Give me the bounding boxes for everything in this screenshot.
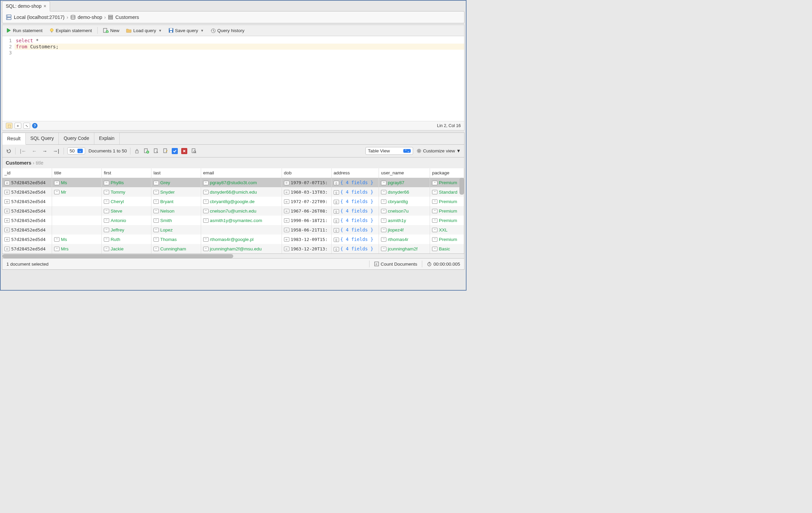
check-icon[interactable] [172, 148, 178, 154]
table-cell[interactable]: ""Mr [52, 187, 102, 197]
next-page-icon[interactable]: → [41, 148, 48, 154]
table-cell[interactable]: {}{ 4 fields } [331, 216, 379, 225]
table-row[interactable]: id57d28452ed5d4""Mrs""Jackie""Cunningham… [2, 244, 464, 253]
table-cell[interactable]: ""asmith1y [379, 216, 430, 225]
table-cell[interactable]: ""Jeffrey [102, 225, 151, 235]
table-cell[interactable]: ""pgray87@studio3t.com [201, 178, 282, 187]
table-cell[interactable]: ""Phyllis [102, 178, 151, 187]
table-row[interactable]: id57d28452ed5d4""Ms""Ruth""Thomas""rthom… [2, 235, 464, 244]
close-icon[interactable]: × [44, 3, 46, 9]
table-row[interactable]: id57d28452ed5d4""Ms""Phyllis""Grey""pgra… [2, 178, 464, 187]
edit-document-icon[interactable] [162, 148, 168, 154]
table-cell[interactable]: ""rthomas4r [379, 235, 430, 244]
table-cell[interactable]: id57d28452ed5d4 [2, 216, 52, 225]
column-header[interactable]: _id [2, 168, 52, 178]
table-cell[interactable]: ""Lopez [151, 225, 201, 235]
table-cell[interactable]: ""Ms [52, 178, 102, 187]
last-page-icon[interactable]: →| [52, 148, 60, 154]
table-cell[interactable]: id57d28452ed5d4 [2, 235, 52, 244]
table-cell[interactable]: ""Cheryl [102, 197, 151, 206]
table-cell[interactable]: id57d28452ed5d4 [2, 178, 52, 187]
query-history-button[interactable]: Query history [209, 27, 246, 34]
column-header[interactable]: first [102, 168, 151, 178]
table-cell[interactable]: ""Ms [52, 235, 102, 244]
table-cell[interactable]: ⧈1960-03-13T03: [282, 187, 331, 197]
horizontal-scrollbar-thumb[interactable] [2, 254, 233, 258]
code-area[interactable]: select * from Customers; [15, 36, 464, 121]
mode-icon-3[interactable]: ⤡ [23, 123, 30, 129]
first-page-icon[interactable]: |← [19, 148, 27, 154]
load-query-button[interactable]: Load query ▼ [125, 27, 163, 34]
table-row[interactable]: id57d28452ed5d4""Cheryl""Bryant""cbryant… [2, 197, 464, 206]
table-cell[interactable]: id57d28452ed5d4 [2, 206, 52, 216]
count-documents-button[interactable]: # Count Documents [374, 262, 417, 267]
table-cell[interactable] [52, 197, 102, 206]
table-cell[interactable]: ""cnelson7u@umich.edu [201, 206, 282, 216]
vertical-scrollbar[interactable] [459, 178, 464, 195]
table-cell[interactable] [201, 225, 282, 235]
table-row[interactable]: id57d28452ed5d4""Antonio""Smith""asmith1… [2, 216, 464, 225]
delete-icon[interactable] [181, 148, 187, 154]
table-cell[interactable]: {}{ 4 fields } [331, 235, 379, 244]
table-row[interactable]: id57d28452ed5d4""Steve""Nelson""cnelson7… [2, 206, 464, 216]
table-cell[interactable]: {}{ 4 fields } [331, 187, 379, 197]
table-cell[interactable]: ""rthomas4r@google.pl [201, 235, 282, 244]
table-cell[interactable]: ""dsnyder66 [379, 187, 430, 197]
table-cell[interactable]: ""Thomas [151, 235, 201, 244]
table-cell[interactable]: {}{ 4 fields } [331, 244, 379, 253]
table-cell[interactable]: ""Premium [430, 197, 464, 206]
table-cell[interactable]: ⧈1972-07-22T09: [282, 197, 331, 206]
table-cell[interactable]: ""Antonio [102, 216, 151, 225]
table-cell[interactable]: {}{ 4 fields } [331, 206, 379, 216]
table-cell[interactable]: ""pgray87 [379, 178, 430, 187]
table-cell[interactable]: ⧈1990-06-18T21: [282, 216, 331, 225]
mode-icon-2[interactable]: ≡ [15, 123, 21, 129]
view-mode-select[interactable]: Table View ⌃⌄ [365, 147, 413, 155]
table-cell[interactable]: ""jcunningham2f@msu.edu [201, 244, 282, 253]
editor-tab[interactable]: SQL: demo-shop × [2, 1, 50, 11]
table-cell[interactable] [52, 206, 102, 216]
breadcrumb-database[interactable]: demo-shop [78, 15, 102, 20]
breadcrumb-connection[interactable]: Local (localhost:27017) [14, 15, 65, 20]
tab-result[interactable]: Result [2, 133, 26, 145]
table-cell[interactable]: ""Smith [151, 216, 201, 225]
table-cell[interactable]: ""cbryant8g [379, 197, 430, 206]
refresh-icon[interactable] [6, 148, 12, 154]
table-cell[interactable]: ""Cunningham [151, 244, 201, 253]
table-cell[interactable]: ""XXL [430, 225, 464, 235]
table-cell[interactable]: id57d28452ed5d4 [2, 225, 52, 235]
table-cell[interactable]: ""Steve [102, 206, 151, 216]
table-cell[interactable]: ""Basic [430, 244, 464, 253]
view-document-icon[interactable] [153, 148, 159, 154]
tab-explain[interactable]: Explain [94, 133, 120, 144]
table-cell[interactable]: ""Standard [430, 187, 464, 197]
help-icon[interactable]: ? [32, 123, 38, 128]
run-statement-button[interactable]: Run statement [5, 27, 44, 34]
table-cell[interactable]: ""jlopez4f [379, 225, 430, 235]
tab-query-code[interactable]: Query Code [59, 133, 94, 144]
explain-statement-button[interactable]: Explain statement [48, 27, 93, 34]
table-cell[interactable]: ⧈1983-12-09T15: [282, 235, 331, 244]
table-cell[interactable]: ""Tommy [102, 187, 151, 197]
search-document-icon[interactable] [191, 148, 197, 154]
table-cell[interactable]: ⧈1963-12-20T13: [282, 244, 331, 253]
horizontal-scrollbar-track[interactable] [2, 254, 464, 259]
breadcrumb-collection[interactable]: Customers [115, 15, 139, 20]
table-cell[interactable]: ""Ruth [102, 235, 151, 244]
table-cell[interactable] [52, 225, 102, 235]
page-size-select[interactable]: 50 ⌄ [67, 147, 85, 154]
column-header[interactable]: last [151, 168, 201, 178]
tab-sql-query[interactable]: SQL Query [26, 133, 59, 144]
table-row[interactable]: id57d28452ed5d4""Jeffrey""Lopez⧈1958-06-… [2, 225, 464, 235]
table-cell[interactable] [52, 216, 102, 225]
table-cell[interactable]: ""cbryant8g@google.de [201, 197, 282, 206]
table-cell[interactable]: ""cnelson7u [379, 206, 430, 216]
table-cell[interactable]: ""Premium [430, 206, 464, 216]
table-cell[interactable]: ""Snyder [151, 187, 201, 197]
table-cell[interactable]: ⧈1979-07-07T15: [282, 178, 331, 187]
table-cell[interactable]: ""Premium [430, 178, 464, 187]
table-cell[interactable]: id57d28452ed5d4 [2, 197, 52, 206]
table-cell[interactable]: {}{ 4 fields } [331, 197, 379, 206]
table-cell[interactable]: id57d28452ed5d4 [2, 244, 52, 253]
new-query-button[interactable]: New [102, 27, 121, 34]
